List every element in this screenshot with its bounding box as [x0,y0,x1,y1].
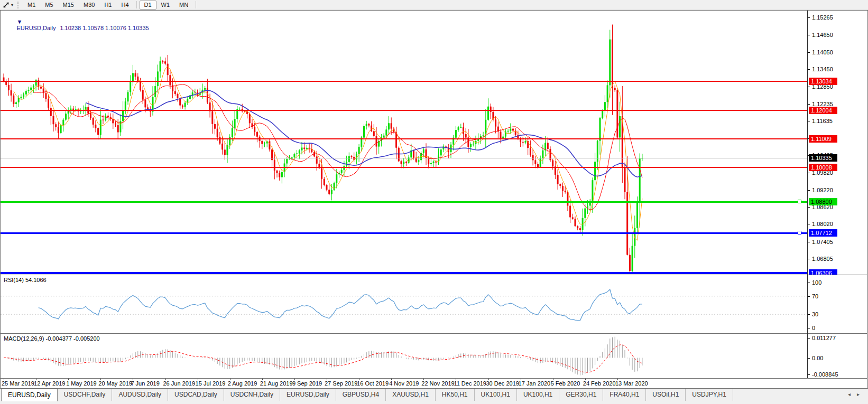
tab-scroll-arrows: ◂ ▸ [848,389,868,397]
date-label: 21 Aug 2019 [260,380,293,387]
price-horizontal-line[interactable] [1,201,807,203]
chart-tab-gbpusd-h4[interactable]: GBPUSD,H4 [336,389,386,401]
rsi-canvas[interactable] [1,275,807,333]
candlestick-canvas[interactable] [1,11,807,275]
price-tick-label: 1.09220 [812,187,833,194]
date-label: 30 Dec 2019 [486,380,519,387]
macd-tick [808,374,810,375]
price-tick [808,104,810,105]
chart-tab-usoil-h1[interactable]: USOil,H1 [646,389,686,401]
chart-tab-usdchf-daily[interactable]: USDCHF,Daily [58,389,113,401]
toolbar-separator [136,1,137,8]
price-horizontal-line[interactable] [1,81,807,82]
price-line-label: 1.13034 [809,78,837,85]
current-price-line [1,158,807,158]
cursor-tool-icon[interactable] [3,2,10,8]
date-label: 12 Apr 2019 [34,380,65,387]
chart-tab-ger30-h1[interactable]: GER30,H1 [559,389,603,401]
date-axis[interactable]: 25 Mar 201912 Apr 20191 May 201920 May 2… [1,378,867,388]
date-label: 25 Mar 2019 [2,380,34,387]
price-line-label: 1.08800 [809,198,837,205]
chart-tab-usdcnh-daily[interactable]: USDCNH,Daily [224,389,280,401]
chart-window: ▼ EURUSD,Daily1.10238 1.10578 1.10076 1.… [0,10,868,389]
price-tick-label: 1.15265 [812,14,833,21]
line-selection-handle[interactable] [798,200,801,203]
price-line-label: 1.11009 [809,135,837,143]
line-selection-handle[interactable] [798,231,801,234]
chart-tab-eurusd-daily[interactable]: EURUSD,Daily [280,389,336,401]
price-tick [808,17,810,18]
timeframe-button-m30[interactable]: M30 [79,1,99,10]
toolbar-grip-handle[interactable] [17,2,20,8]
current-price-label: 1.10335 [809,154,837,162]
ohlc-close: 1.10335 [128,25,149,31]
price-tick [808,190,810,191]
rsi-indicator-pane[interactable]: RSI(14) 54.1066 10070300 [1,275,867,333]
price-horizontal-line[interactable] [1,232,807,234]
chart-title-collapse-icon[interactable]: ▼ [16,18,22,25]
chart-tab-eurusd-daily[interactable]: EURUSD,Daily [1,389,58,401]
rsi-level-label: 100 [812,279,821,286]
rsi-level-label: 0 [812,325,815,332]
price-horizontal-line[interactable] [1,110,807,111]
rsi-level-label: 70 [812,293,818,300]
price-horizontal-line[interactable] [1,138,807,139]
chart-tab-uk100-h1[interactable]: UK100,H1 [475,389,517,401]
macd-canvas[interactable] [1,334,807,378]
rsi-tick [808,283,810,283]
chart-tab-xauusd-h1[interactable]: XAUUSD,H1 [386,389,436,401]
chart-tab-usdjpy-h1[interactable]: USDJPY,H1 [686,389,733,401]
ohlc-low: 1.10076 [105,25,126,31]
price-tick [808,173,810,173]
rsi-tick [808,328,810,328]
timeframe-button-d1[interactable]: D1 [140,1,156,10]
price-horizontal-line[interactable] [1,167,807,168]
date-label: 2 Aug 2019 [228,380,257,387]
price-tick-label: 1.14050 [812,49,833,56]
date-label: 9 Sep 2019 [292,380,322,387]
timeframe-button-h1[interactable]: H1 [99,1,116,10]
timeframe-button-m15[interactable]: M15 [58,1,79,10]
chart-title: ▼ EURUSD,Daily1.10238 1.10578 1.10076 1.… [4,12,149,37]
date-label: 27 Sep 2019 [325,380,357,387]
tab-scroll-right-icon[interactable]: ▸ [857,391,860,397]
price-line-label: 1.10008 [809,164,837,171]
chart-tab-fra40-h1[interactable]: FRA40,H1 [603,389,646,401]
ohlc-high: 1.10578 [82,25,104,31]
tab-scroll-left-icon[interactable]: ◂ [848,391,851,397]
price-line-label: 1.06306 [809,269,837,275]
macd-scale-label: -0.008845 [812,371,838,378]
price-tick-label: 1.08020 [812,221,833,228]
price-tick [808,121,810,121]
date-label: 24 Feb 2020 [583,380,616,387]
price-horizontal-line[interactable] [1,272,807,274]
chart-tab-bar: EURUSD,DailyUSDCHF,DailyAUDUSD,DailyUSDC… [0,389,868,404]
price-tick [808,52,810,53]
timeframe-button-h4[interactable]: H4 [116,1,133,10]
price-tick [808,207,810,208]
price-tick-label: 1.14650 [812,32,833,39]
timeframe-button-mn[interactable]: MN [174,1,193,10]
chart-tab-hk50-h1[interactable]: HK50,H1 [436,389,475,401]
macd-indicator-pane[interactable]: MACD(12,26,9) -0.004377 -0.005200 0.0112… [1,333,867,378]
date-label: 26 Jun 2019 [163,380,196,387]
cursor-dropdown-arrow-icon[interactable]: ▾ [11,3,13,7]
chart-symbol-label: EURUSD,Daily [16,25,56,31]
rsi-tick [808,314,810,315]
timeframe-button-w1[interactable]: W1 [156,1,175,10]
date-label: 17 Jan 2020 [519,380,551,387]
chart-tab-audusd-daily[interactable]: AUDUSD,Daily [112,389,168,401]
date-label: 22 Nov 2019 [421,380,454,387]
price-tick-label: 1.07405 [812,239,833,246]
chart-tab-uk100-h1[interactable]: UK100,H1 [517,389,559,401]
timeframe-buttons-group: M1M5M15M30H1H4D1W1MN [23,1,193,10]
rsi-title: RSI(14) 54.1066 [4,277,47,283]
main-chart-pane[interactable]: ▼ EURUSD,Daily1.10238 1.10578 1.10076 1.… [1,11,867,275]
toolbar-separator [196,1,196,8]
main-chart-svg [1,11,807,275]
chart-tab-usdcad-daily[interactable]: USDCAD,Daily [168,389,224,401]
date-label: 4 Nov 2019 [389,380,419,387]
timeframe-button-m1[interactable]: M1 [23,1,40,10]
timeframe-button-m5[interactable]: M5 [40,1,58,10]
date-label: 13 Mar 2020 [615,380,648,387]
